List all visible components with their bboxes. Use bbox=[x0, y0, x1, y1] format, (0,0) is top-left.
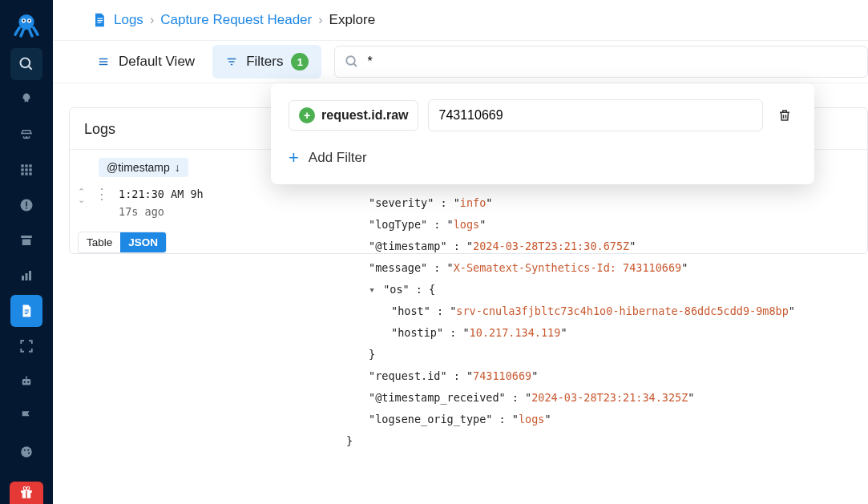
svg-point-0 bbox=[18, 14, 34, 30]
nav-logs-icon[interactable] bbox=[10, 295, 42, 327]
svg-point-31 bbox=[21, 446, 32, 458]
row-expand-handles[interactable]: ⌃⌄ bbox=[78, 185, 85, 204]
svg-rect-8 bbox=[25, 164, 27, 167]
svg-rect-30 bbox=[26, 376, 27, 379]
nav-search-icon[interactable] bbox=[10, 48, 42, 80]
json-key: @timestamp bbox=[375, 240, 440, 252]
svg-rect-17 bbox=[26, 202, 27, 207]
entry-relative-time: 17s ago bbox=[119, 203, 204, 220]
svg-point-3 bbox=[22, 20, 24, 22]
app-logo bbox=[10, 8, 43, 42]
json-value: X-Sematext-Synthetics-Id: 743110669 bbox=[454, 261, 681, 274]
svg-rect-40 bbox=[98, 22, 102, 23]
svg-rect-10 bbox=[21, 168, 23, 171]
svg-rect-23 bbox=[29, 271, 31, 280]
left-nav bbox=[0, 0, 53, 504]
svg-rect-26 bbox=[25, 313, 28, 314]
svg-rect-18 bbox=[26, 208, 27, 209]
search-input[interactable] bbox=[367, 54, 858, 69]
filters-panel: + request.id.raw + Add Filter bbox=[271, 83, 814, 184]
search-bar[interactable] bbox=[334, 46, 868, 78]
svg-point-4 bbox=[28, 20, 30, 22]
svg-rect-27 bbox=[22, 379, 31, 385]
view-toggle: Table JSON bbox=[78, 232, 167, 253]
json-value: 743110669 bbox=[473, 369, 531, 382]
svg-rect-13 bbox=[21, 172, 23, 175]
svg-rect-7 bbox=[21, 164, 23, 167]
svg-rect-11 bbox=[25, 168, 27, 171]
json-value: logs bbox=[454, 218, 480, 231]
svg-rect-12 bbox=[29, 168, 31, 171]
breadcrumb-logs[interactable]: Logs bbox=[114, 12, 143, 28]
svg-point-28 bbox=[24, 381, 26, 383]
svg-rect-39 bbox=[98, 20, 103, 21]
timestamp-column-chip[interactable]: @timestamp ↓ bbox=[99, 158, 188, 177]
entry-time: 1:21:30 AM 9h bbox=[119, 185, 204, 203]
caret-down-icon[interactable]: ▾ bbox=[369, 279, 377, 300]
svg-point-29 bbox=[27, 381, 29, 383]
nav-fullscreen-icon[interactable] bbox=[10, 330, 42, 362]
svg-rect-38 bbox=[98, 18, 103, 19]
json-value: 2024-03-28T23:21:30.675Z bbox=[473, 240, 629, 252]
view-label: Default View bbox=[119, 54, 195, 70]
filter-field-chip[interactable]: + request.id.raw bbox=[289, 100, 418, 131]
breadcrumb: Logs › Capture Request Header › Explore bbox=[53, 0, 868, 40]
search-icon bbox=[345, 54, 359, 69]
breadcrumb-current: Explore bbox=[329, 12, 376, 28]
view-json-tab[interactable]: JSON bbox=[120, 232, 166, 252]
json-key: @timestamp_received bbox=[375, 391, 499, 404]
filters-count-badge: 1 bbox=[291, 53, 309, 71]
json-key: message bbox=[375, 261, 421, 274]
svg-point-33 bbox=[27, 450, 29, 451]
nav-spy-icon[interactable] bbox=[10, 119, 42, 151]
filter-field-name: request.id.raw bbox=[321, 108, 408, 123]
nav-flag-icon[interactable] bbox=[10, 401, 42, 433]
toolbar: Default View Filters 1 bbox=[53, 40, 868, 83]
svg-rect-9 bbox=[29, 164, 31, 167]
filters-button[interactable]: Filters 1 bbox=[212, 45, 321, 79]
nav-robot-icon[interactable] bbox=[10, 365, 42, 397]
document-icon bbox=[91, 12, 107, 28]
svg-point-47 bbox=[347, 56, 356, 65]
svg-line-6 bbox=[29, 67, 32, 70]
nav-palette-icon[interactable] bbox=[10, 436, 42, 468]
svg-rect-37 bbox=[26, 490, 27, 498]
nav-alert-icon[interactable] bbox=[10, 189, 42, 221]
view-selector[interactable]: Default View bbox=[91, 47, 200, 76]
svg-point-34 bbox=[28, 453, 30, 454]
json-key: hostip bbox=[398, 326, 437, 339]
json-key: os bbox=[390, 283, 402, 296]
delete-filter-button[interactable] bbox=[773, 103, 797, 128]
json-key: logType bbox=[375, 218, 421, 231]
add-filter-button[interactable]: + Add Filter bbox=[289, 147, 797, 168]
nav-grid-icon[interactable] bbox=[10, 154, 42, 186]
svg-rect-24 bbox=[25, 310, 29, 311]
breadcrumb-capture[interactable]: Capture Request Header bbox=[160, 12, 312, 28]
svg-rect-19 bbox=[21, 236, 32, 238]
row-menu-icon[interactable]: ⋮ bbox=[91, 185, 112, 203]
plus-icon: + bbox=[289, 147, 299, 168]
nav-rocket-icon[interactable] bbox=[10, 83, 42, 115]
svg-rect-22 bbox=[26, 273, 28, 280]
svg-point-5 bbox=[21, 58, 30, 68]
timestamp-chip-label: @timestamp bbox=[107, 161, 170, 174]
json-key: logsene_orig_type bbox=[375, 413, 486, 425]
view-table-tab[interactable]: Table bbox=[79, 232, 120, 252]
svg-rect-14 bbox=[25, 172, 27, 175]
chevron-right-icon: › bbox=[150, 13, 154, 27]
svg-line-48 bbox=[354, 63, 357, 67]
json-key: host bbox=[398, 304, 424, 317]
json-value: info bbox=[460, 196, 486, 209]
filters-label: Filters bbox=[246, 54, 283, 70]
json-value: 2024-03-28T23:21:34.325Z bbox=[531, 391, 688, 404]
svg-rect-20 bbox=[22, 240, 31, 246]
filter-include-icon: + bbox=[299, 107, 315, 123]
nav-chart-icon[interactable] bbox=[10, 260, 42, 292]
filter-value-input[interactable] bbox=[428, 99, 763, 131]
svg-rect-21 bbox=[22, 276, 24, 280]
chevron-right-icon: › bbox=[318, 13, 322, 27]
nav-archive-icon[interactable] bbox=[10, 224, 42, 256]
nav-gift-icon[interactable] bbox=[10, 482, 43, 504]
arrow-down-icon: ↓ bbox=[175, 161, 180, 174]
json-value: logs bbox=[519, 413, 545, 425]
